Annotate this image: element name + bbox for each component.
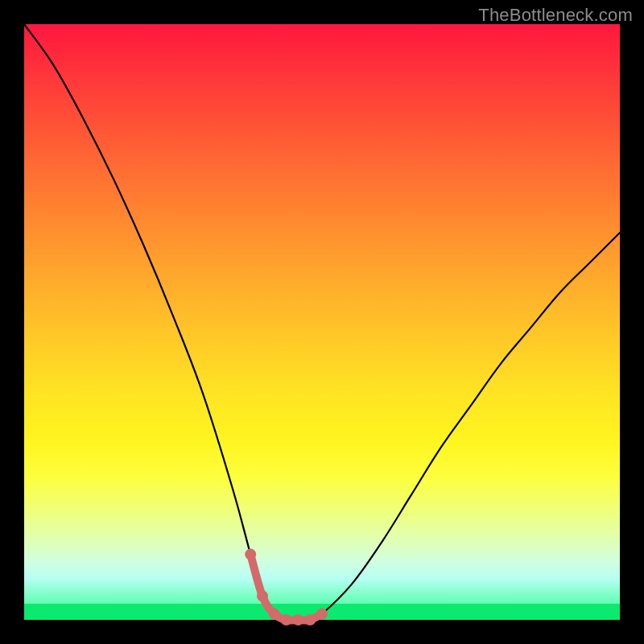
plot-area <box>24 24 620 620</box>
highlight-marker <box>316 609 328 620</box>
highlight-marker <box>292 614 303 625</box>
highlight-marker <box>304 614 316 625</box>
curve-layer <box>24 24 620 620</box>
highlight-marker <box>245 549 256 560</box>
highlight-marker <box>281 614 292 625</box>
watermark-text: TheBottleneck.com <box>478 5 633 26</box>
highlight-segment <box>250 555 322 621</box>
highlight-marker <box>269 609 280 620</box>
bottleneck-curve <box>24 24 620 621</box>
chart-frame: TheBottleneck.com <box>0 0 644 644</box>
highlight-marker <box>257 590 268 601</box>
